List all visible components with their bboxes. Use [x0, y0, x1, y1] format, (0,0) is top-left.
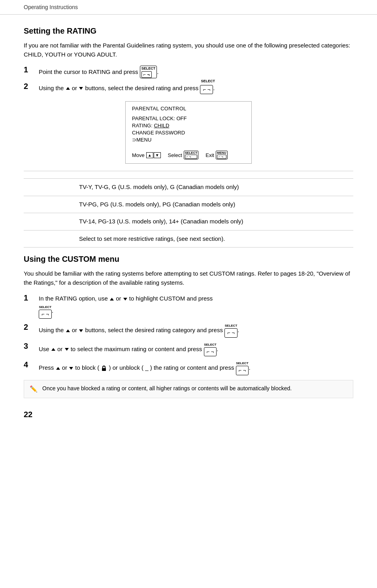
move-icon: ▲▼	[146, 152, 161, 158]
pc-title: PARENTAL CONTROL	[132, 106, 245, 112]
custom-step-4-text: Press or to block ( ) or unblock ( _ ) t…	[39, 361, 251, 375]
select-button-icon: SELECT⌐ ¬	[140, 66, 157, 78]
page-number: 22	[24, 410, 353, 419]
down-icon-s4	[69, 367, 73, 370]
svg-rect-0	[102, 368, 106, 371]
pc-row-rating: RATING: CHILD	[132, 123, 245, 129]
table-row: TV-14, PG-13 (U.S. models only), 14+ (Ca…	[24, 213, 353, 231]
custom-step-3-text: Use or to select the maximum rating or c…	[39, 342, 219, 357]
step-1: 1 Point the cursor to RATING and press S…	[24, 66, 353, 79]
down-icon-s1	[123, 298, 127, 301]
custom-step-4-number: 4	[24, 360, 39, 369]
table-cell-1: TV-Y, TV-G, G (U.S. models only), G (Can…	[24, 179, 353, 196]
dir-down-icon: ▼	[154, 152, 161, 158]
section-custom-intro: You should be familiar with the rating s…	[24, 269, 353, 287]
table-cell-4: Select to set more restrictive ratings, …	[24, 230, 353, 248]
pc-move: Move ▲▼	[132, 152, 161, 158]
step-2: 2 Using the or buttons, select the desir…	[24, 83, 353, 95]
pc-row-password: CHANGE PASSWORD	[132, 130, 245, 136]
pc-select-icon: SELECT⌐ ¬	[184, 151, 199, 159]
up-icon-s3	[51, 348, 55, 351]
note-text: Once you have blocked a rating or conten…	[42, 384, 292, 393]
section-rating: Setting the RATING If you are not famili…	[24, 26, 353, 164]
rating-table: TV-Y, TV-G, G (U.S. models only), G (Can…	[24, 178, 353, 248]
custom-step-1-number: 1	[24, 293, 39, 303]
arrow-down-icon	[79, 87, 83, 90]
pc-exit-icon: MENU⌐ ¬	[216, 151, 228, 159]
pc-row-menu: ⊃MENU	[132, 137, 245, 143]
arrow-up-icon	[66, 87, 70, 90]
custom-step-2-text: Using the or buttons, select the desired…	[39, 323, 239, 338]
down-icon-s3	[65, 348, 69, 351]
step-1-text: Point the cursor to RATING and press SEL…	[39, 66, 158, 79]
pc-select: Select SELECT⌐ ¬	[168, 151, 199, 159]
section-rating-title: Setting the RATING	[24, 26, 353, 36]
main-content: Setting the RATING If you are not famili…	[0, 15, 377, 435]
section-rating-intro: If you are not familiar with the Parenta…	[24, 41, 353, 59]
down-icon-s2	[79, 329, 83, 332]
header: Operating Instructions	[0, 0, 377, 15]
up-icon-s1	[110, 298, 114, 301]
custom-step-4: 4 Press or to block ( ) or unblock ( _ )…	[24, 361, 353, 375]
custom-step-3-number: 3	[24, 342, 39, 351]
custom-step-2: 2 Using the or buttons, select the desir…	[24, 323, 353, 338]
table-cell-2: TV-PG, PG (U.S. models only), PG (Canadi…	[24, 196, 353, 213]
up-icon-s4	[56, 367, 60, 370]
pc-row-lock: PARENTAL LOCK: OFF	[132, 115, 245, 121]
custom-step-2-number: 2	[24, 323, 39, 332]
step-1-number: 1	[24, 65, 39, 74]
pc-exit-label: Exit	[205, 152, 214, 158]
dir-up-icon: ▲	[146, 152, 153, 158]
step-2-number: 2	[24, 82, 39, 91]
pc-select-label: Select	[168, 152, 182, 158]
table-row: Select to set more restrictive ratings, …	[24, 230, 353, 248]
up-icon-s2	[66, 329, 70, 332]
parental-control-box: PARENTAL CONTROL PARENTAL LOCK: OFF RATI…	[125, 101, 252, 164]
divider-1	[24, 171, 353, 171]
table-row: TV-PG, PG (U.S. models only), PG (Canadi…	[24, 196, 353, 213]
header-title: Operating Instructions	[24, 4, 78, 10]
custom-step-1-text: In the RATING option, use or to highligh…	[39, 294, 213, 319]
lock-filled-icon	[101, 365, 107, 371]
table-cell-3: TV-14, PG-13 (U.S. models only), 14+ (Ca…	[24, 213, 353, 231]
pc-footer: Move ▲▼ Select SELECT⌐ ¬ Exit MENU⌐ ¬	[132, 148, 245, 159]
note-icon: ✏️	[30, 384, 38, 394]
section-custom-title: Using the CUSTOM menu	[24, 255, 353, 264]
custom-step-1: 1 In the RATING option, use or to highli…	[24, 294, 353, 319]
section-custom: Using the CUSTOM menu You should be fami…	[24, 255, 353, 398]
custom-step-3: 3 Use or to select the maximum rating or…	[24, 342, 353, 357]
table-row: TV-Y, TV-G, G (U.S. models only), G (Can…	[24, 179, 353, 196]
pc-move-label: Move	[132, 152, 145, 158]
note-box: ✏️ Once you have blocked a rating or con…	[24, 380, 353, 398]
pc-exit: Exit MENU⌐ ¬	[205, 151, 227, 159]
step-2-text: Using the or buttons, select the desired…	[39, 83, 215, 95]
